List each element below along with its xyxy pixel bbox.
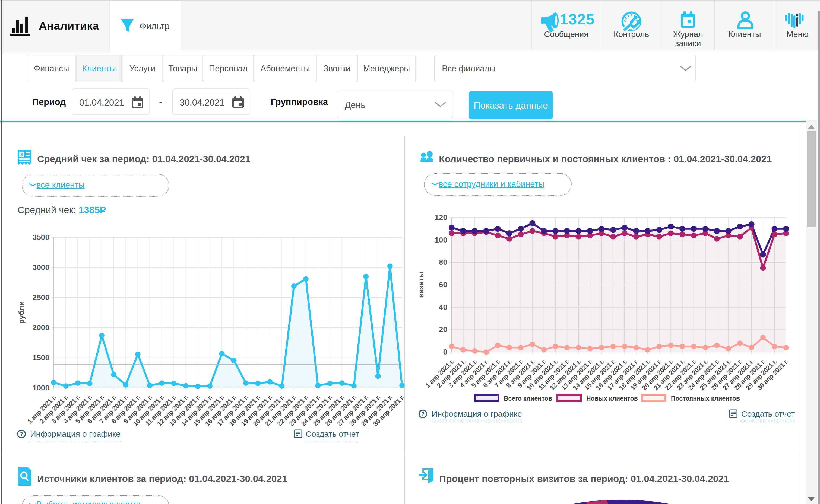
svg-text:$: $ (20, 152, 23, 157)
